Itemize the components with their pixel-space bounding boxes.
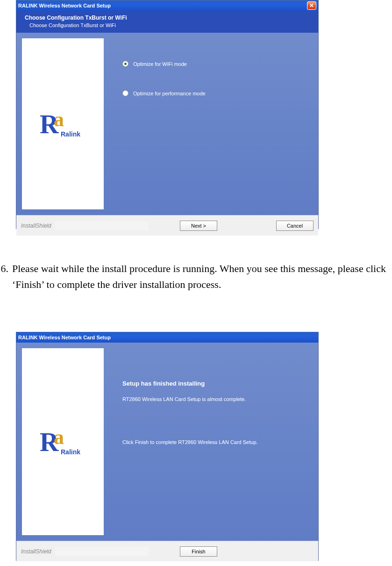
wizard-footer: InstallShield Next > Cancel [16,215,318,236]
svg-text:a: a [54,426,64,449]
ralink-logo-icon: R a Ralink [35,107,91,140]
header-title: Choose Configuration TxBurst or WiFi [25,14,312,21]
logo-panel: R a Ralink [22,348,104,535]
ralink-logo-icon: R a Ralink [35,425,91,458]
finish-heading: Setup has finished installing [122,380,309,387]
footer-brand: InstallShield [21,548,51,555]
titlebar: RALINK Wireless Network Card Setup [16,332,318,343]
header-subtitle: Choose Configuration TxBurst or WiFi [29,22,312,28]
finish-line1: RT2860 Wireless LAN Card Setup is almost… [122,396,309,402]
wizard-header: Choose Configuration TxBurst or WiFi Cho… [16,11,318,33]
radio-label: Optimize for WiFi mode [133,61,187,67]
titlebar: RALINK Wireless Network Card Setup ✕ [16,0,318,11]
radio-icon [122,61,128,67]
options-area: Optimize for WiFi mode Optimize for perf… [104,33,318,215]
step-text: Please wait while the install procedure … [12,261,392,293]
instruction-step-6: 6. Please wait while the install procedu… [0,261,392,293]
wizard-footer: InstallShield Finish [16,541,318,561]
close-icon: ✕ [309,3,314,8]
ralink-logo: R a Ralink [35,107,91,140]
wizard-content: R a Ralink Setup has finished installing… [16,343,318,541]
footer-divider [55,221,149,230]
step-number: 6. [0,261,12,293]
message-area: Setup has finished installing RT2860 Wir… [104,343,318,541]
radio-icon [122,90,128,96]
setup-window-config: RALINK Wireless Network Card Setup ✕ Cho… [16,0,319,229]
logo-panel: R a Ralink [22,38,104,209]
finish-button[interactable]: Finish [180,546,217,557]
footer-divider [55,547,149,556]
svg-text:Ralink: Ralink [61,448,80,456]
wizard-content: R a Ralink Optimize for WiFi mode Optimi… [16,33,318,215]
svg-text:Ralink: Ralink [61,130,80,138]
cancel-button[interactable]: Cancel [276,221,314,231]
finish-line2: Click Finish to complete RT2860 Wireless… [122,439,309,445]
window-title: RALINK Wireless Network Card Setup [18,335,316,340]
close-button[interactable]: ✕ [307,1,316,10]
window-title: RALINK Wireless Network Card Setup [18,3,307,8]
footer-brand: InstallShield [21,222,51,229]
setup-window-finish: RALINK Wireless Network Card Setup R a R… [16,332,319,561]
radio-option-wifi[interactable]: Optimize for WiFi mode [122,61,309,67]
radio-option-performance[interactable]: Optimize for performance mode [122,90,309,96]
next-button[interactable]: Next > [180,221,217,231]
radio-label: Optimize for performance mode [133,91,206,96]
svg-text:a: a [54,108,64,131]
ralink-logo: R a Ralink [35,425,91,458]
